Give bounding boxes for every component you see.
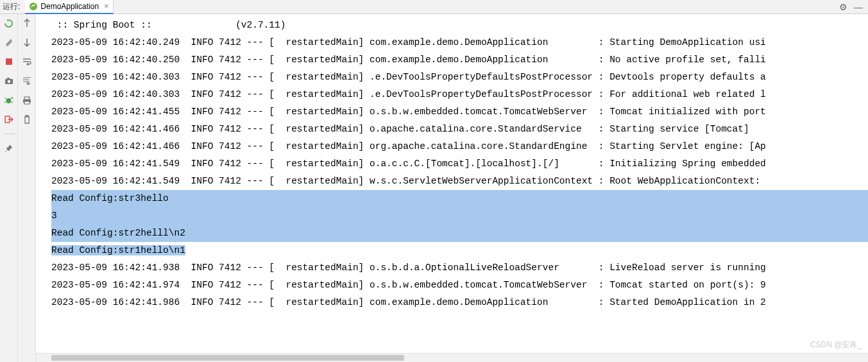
camera-icon[interactable] bbox=[4, 76, 14, 86]
scrollbar-thumb[interactable] bbox=[51, 355, 404, 361]
log-line: Read Config:str3hello bbox=[51, 190, 868, 207]
left-gutter-2 bbox=[18, 14, 36, 362]
left-gutter-1 bbox=[0, 14, 18, 362]
rerun-icon[interactable] bbox=[4, 18, 14, 28]
log-line: 2023-05-09 16:42:40.250 INFO 7412 --- [ … bbox=[51, 51, 868, 69]
log-line: :: Spring Boot :: (v2.7.11) bbox=[51, 17, 868, 34]
svg-point-5 bbox=[6, 98, 12, 103]
console-output[interactable]: :: Spring Boot :: (v2.7.11)2023-05-09 16… bbox=[36, 14, 868, 353]
log-line: 2023-05-09 16:42:41.938 INFO 7412 --- [ … bbox=[51, 259, 868, 277]
console-wrap: :: Spring Boot :: (v2.7.11)2023-05-09 16… bbox=[36, 14, 868, 362]
close-icon[interactable]: × bbox=[104, 1, 109, 11]
log-line: Read Config:str2helll\n2 bbox=[51, 225, 868, 242]
log-line: 2023-05-09 16:42:41.466 INFO 7412 --- [ … bbox=[51, 138, 868, 155]
bug-rerun-icon[interactable] bbox=[4, 95, 14, 105]
top-bar: 运行: DemoApplication × ⚙ — bbox=[0, 0, 868, 14]
log-line: 3 bbox=[51, 207, 868, 225]
wrench-icon[interactable] bbox=[4, 37, 14, 47]
trash-icon[interactable] bbox=[22, 114, 32, 125]
watermark: CSDN @安苒_ bbox=[810, 340, 862, 350]
down-arrow-icon[interactable] bbox=[22, 37, 32, 47]
pin-icon[interactable] bbox=[4, 143, 14, 153]
log-line: 2023-05-09 16:42:41.974 INFO 7412 --- [ … bbox=[51, 277, 868, 294]
log-line: 2023-05-09 16:42:41.466 INFO 7412 --- [ … bbox=[51, 121, 868, 138]
print-icon[interactable] bbox=[22, 95, 32, 105]
up-arrow-icon[interactable] bbox=[22, 18, 32, 28]
log-line: 2023-05-09 16:42:41.549 INFO 7412 --- [ … bbox=[51, 155, 868, 173]
run-tab[interactable]: DemoApplication × bbox=[25, 0, 113, 14]
gear-icon[interactable]: ⚙ bbox=[839, 2, 847, 12]
tab-label: DemoApplication bbox=[40, 2, 99, 11]
soft-wrap-icon[interactable] bbox=[22, 56, 32, 67]
log-line: 2023-05-09 16:42:41.986 INFO 7412 --- [ … bbox=[51, 294, 868, 311]
log-line: 2023-05-09 16:42:40.303 INFO 7412 --- [ … bbox=[51, 86, 868, 103]
exit-icon[interactable] bbox=[4, 114, 14, 125]
log-line: 2023-05-09 16:42:40.249 INFO 7412 --- [ … bbox=[51, 34, 868, 51]
svg-rect-7 bbox=[24, 97, 30, 99]
minimize-icon[interactable]: — bbox=[854, 2, 863, 12]
svg-rect-9 bbox=[24, 101, 30, 104]
horizontal-scrollbar[interactable] bbox=[36, 353, 868, 362]
scroll-to-end-icon[interactable] bbox=[22, 76, 32, 86]
separator bbox=[3, 134, 15, 134]
log-line: 2023-05-09 16:42:41.549 INFO 7412 --- [ … bbox=[51, 173, 868, 190]
main-panel: :: Spring Boot :: (v2.7.11)2023-05-09 16… bbox=[0, 14, 868, 362]
log-line: 2023-05-09 16:42:40.303 INFO 7412 --- [ … bbox=[51, 69, 868, 86]
svg-rect-4 bbox=[7, 78, 10, 80]
log-line: Read Config:str1hello\n1 bbox=[51, 242, 868, 259]
svg-point-0 bbox=[30, 3, 37, 10]
spring-icon bbox=[29, 2, 38, 11]
svg-rect-1 bbox=[6, 58, 12, 65]
svg-point-3 bbox=[7, 80, 10, 83]
run-label: 运行: bbox=[0, 1, 25, 12]
stop-icon[interactable] bbox=[4, 56, 14, 67]
log-line: 2023-05-09 16:42:41.455 INFO 7412 --- [ … bbox=[51, 103, 868, 121]
